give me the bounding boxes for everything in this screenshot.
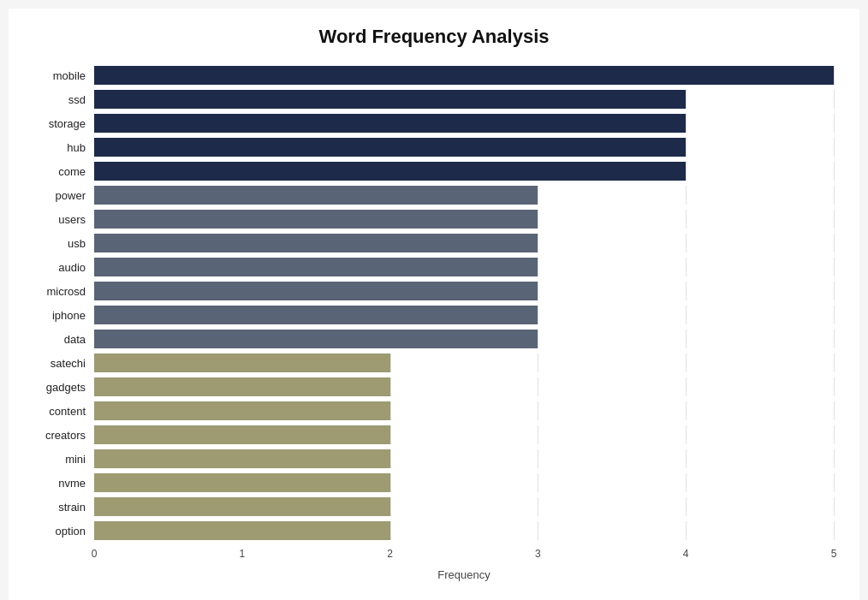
grid-line [686, 497, 687, 516]
bars-area: mobilessdstoragehubcomepowerusersusbaudi… [34, 65, 834, 544]
bar-fill [94, 258, 538, 276]
bar-fill [94, 521, 390, 540]
grid-line [538, 425, 538, 444]
grid-line [686, 401, 687, 420]
x-tick-label: 0 [92, 548, 98, 560]
grid-line [538, 282, 538, 300]
grid-line [686, 234, 687, 252]
grid-line [834, 210, 835, 229]
grid-line [390, 353, 391, 372]
bar-fill [94, 234, 538, 252]
chart-container: Word Frequency Analysismobilessdstorageh… [9, 9, 859, 600]
bar-row: audio [34, 257, 834, 277]
grid-line [834, 425, 835, 444]
bar-fill [94, 425, 390, 444]
bar-fill [94, 282, 538, 300]
grid-line [686, 114, 687, 133]
bar-fill [94, 306, 538, 324]
grid-line [538, 186, 538, 205]
bar-label: storage [34, 117, 94, 130]
bar-row: iphone [34, 305, 834, 325]
bar-label: audio [34, 261, 94, 274]
grid-line [834, 66, 835, 85]
x-axis-row: 012345 [34, 548, 834, 565]
x-axis-inner: 012345 [94, 548, 834, 565]
bar-row: usb [34, 233, 834, 253]
bar-row: mobile [34, 65, 834, 86]
bar-fill [94, 353, 390, 372]
grid-line [686, 425, 687, 444]
x-axis-label: Frequency [34, 568, 834, 581]
bar-label: option [34, 525, 94, 538]
grid-line [686, 521, 687, 540]
bar-row: content [34, 401, 834, 421]
x-tick-label: 3 [535, 548, 541, 560]
grid-line [686, 473, 687, 492]
bar-row: gadgets [34, 377, 834, 397]
bar-label: hub [34, 141, 94, 154]
grid-line [686, 258, 687, 276]
grid-line [834, 258, 835, 276]
grid-line [834, 114, 835, 133]
grid-line [538, 234, 538, 252]
grid-line [686, 377, 687, 396]
grid-line [538, 258, 538, 276]
grid-line [686, 162, 687, 181]
bar-fill [94, 473, 390, 492]
grid-line [834, 377, 835, 396]
bar-label: strain [34, 501, 94, 514]
bar-row: mini [34, 449, 834, 469]
grid-line [390, 377, 391, 396]
x-tick-label: 2 [387, 548, 393, 560]
grid-line [390, 473, 391, 492]
grid-line [834, 90, 835, 109]
bar-row: hub [34, 137, 834, 157]
grid-line [834, 473, 835, 492]
grid-line [538, 377, 538, 396]
bar-row: microsd [34, 281, 834, 301]
chart-title: Word Frequency Analysis [34, 26, 834, 48]
grid-line [834, 497, 835, 516]
bar-row: creators [34, 425, 834, 445]
grid-line [538, 330, 538, 348]
grid-line [390, 401, 391, 420]
grid-line [390, 521, 391, 540]
bar-label: content [34, 405, 94, 418]
grid-line [834, 401, 835, 420]
grid-line [834, 234, 835, 252]
bar-row: storage [34, 113, 834, 134]
bar-fill [94, 66, 834, 85]
grid-line [834, 186, 835, 205]
grid-line [390, 425, 391, 444]
grid-line [834, 306, 835, 324]
bar-row: users [34, 209, 834, 229]
x-tick-label: 4 [683, 548, 689, 560]
bar-label: satechi [34, 357, 94, 370]
grid-line [538, 497, 538, 516]
bar-fill [94, 497, 390, 516]
grid-line [834, 282, 835, 300]
bar-fill [94, 449, 390, 468]
grid-line [538, 306, 538, 324]
bar-label: mobile [34, 69, 94, 82]
bar-label: creators [34, 429, 94, 442]
grid-line [834, 162, 835, 181]
grid-line [538, 210, 538, 229]
grid-line [834, 330, 835, 348]
bar-fill [94, 162, 686, 181]
grid-line [538, 401, 538, 420]
bar-label: ssd [34, 93, 94, 106]
bar-label: usb [34, 237, 94, 250]
grid-line [538, 521, 538, 540]
grid-line [686, 330, 687, 348]
bar-row: power [34, 185, 834, 205]
bar-row: option [34, 520, 834, 541]
grid-line [390, 449, 391, 468]
bar-label: data [34, 333, 94, 346]
grid-line [686, 210, 687, 229]
grid-line [538, 353, 538, 372]
bar-row: data [34, 329, 834, 349]
bar-label: come [34, 165, 94, 178]
bar-fill [94, 114, 686, 133]
grid-line [834, 138, 835, 157]
